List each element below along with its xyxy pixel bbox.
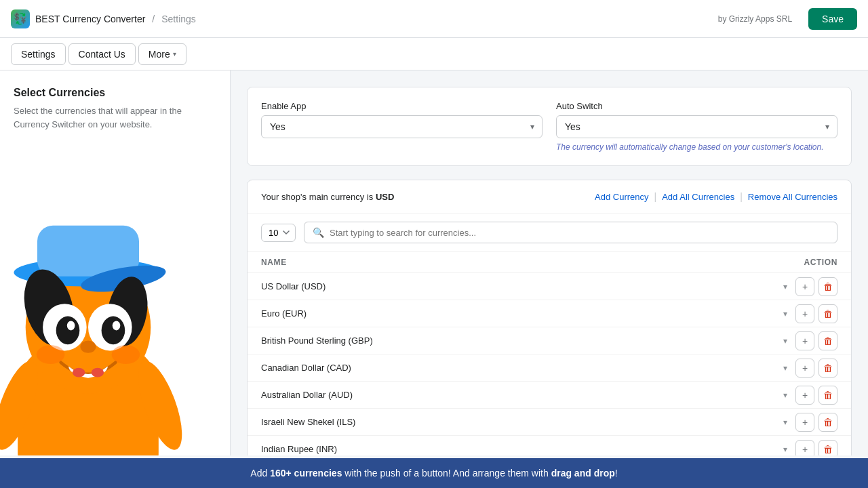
auto-switch-select-wrapper: Yes No <box>556 115 837 138</box>
currency-name: British Pound Sterling (GBP) <box>261 336 373 346</box>
search-icon: 🔍 <box>313 227 324 238</box>
currency-row-toggle[interactable]: Australian Dollar (AUD) ▾ <box>261 382 787 408</box>
remove-all-currencies-button[interactable]: Remove All Currencies <box>748 191 837 202</box>
more-dropdown-arrow: ▾ <box>173 50 176 58</box>
row-actions: + 🗑 <box>795 359 837 378</box>
svg-point-12 <box>67 321 75 331</box>
currency-table-header: Name Action <box>248 252 851 272</box>
currency-header: Your shop's main currency is USD Add Cur… <box>248 180 851 214</box>
currency-name: US Dollar (USD) <box>261 281 326 291</box>
mascot-container <box>0 171 190 455</box>
enable-app-label: Enable App <box>261 101 542 111</box>
contact-nav-button[interactable]: Contact Us <box>68 43 136 65</box>
currency-row-toggle[interactable]: Canadian Dollar (CAD) ▾ <box>261 354 787 381</box>
settings-row: Enable App Yes No Auto Switch Yes No <box>261 101 837 152</box>
currency-name: Australian Dollar (AUD) <box>261 390 353 400</box>
save-button[interactable]: Save <box>808 8 857 30</box>
enable-app-select-wrapper: Yes No <box>261 115 542 138</box>
sidebar: Select Currencies Select the currencies … <box>0 70 231 455</box>
main-layout: Select Currencies Select the currencies … <box>0 70 868 455</box>
currency-search-row: 10 25 50 🔍 <box>248 214 851 252</box>
svg-point-10 <box>56 317 80 345</box>
currency-row-toggle[interactable]: British Pound Sterling (GBP) ▾ <box>261 327 787 354</box>
chevron-down-icon: ▾ <box>783 363 787 373</box>
currency-header-actions: Add Currency | Add All Currencies | Remo… <box>595 191 837 202</box>
main-content: Enable App Yes No Auto Switch Yes No <box>231 70 868 455</box>
currency-text-label: Your shop's main currency is <box>261 192 373 202</box>
svg-point-18 <box>112 345 140 364</box>
delete-currency-row-button[interactable]: 🗑 <box>818 304 837 323</box>
mascot-svg <box>0 171 190 455</box>
settings-nav-button[interactable]: Settings <box>11 43 66 65</box>
add-currency-row-button[interactable]: + <box>795 359 814 378</box>
auto-switch-label: Auto Switch <box>556 101 837 111</box>
row-actions: + 🗑 <box>795 331 837 350</box>
main-currency-value: USD <box>376 192 394 202</box>
sidebar-description: Select the currencies that will appear i… <box>14 104 216 131</box>
row-actions: + 🗑 <box>795 413 837 432</box>
per-page-select[interactable]: 10 25 50 <box>261 224 296 242</box>
add-currency-row-button[interactable]: + <box>795 386 814 405</box>
app-name: BEST Currency Converter <box>35 14 145 24</box>
col-name-header: Name <box>261 258 287 267</box>
currency-row-toggle[interactable]: Indian Rupee (INR) ▾ <box>261 436 787 455</box>
table-row: British Pound Sterling (GBP) ▾ + 🗑 <box>248 327 851 354</box>
currency-row-toggle[interactable]: Israeli New Shekel (ILS) ▾ <box>261 409 787 435</box>
enable-app-select[interactable]: Yes No <box>261 115 542 138</box>
app-logo: 💱 BEST Currency Converter / Settings <box>11 9 196 28</box>
delete-currency-row-button[interactable]: 🗑 <box>818 440 837 456</box>
sidebar-title: Select Currencies <box>14 87 216 99</box>
svg-point-14 <box>80 340 96 352</box>
table-row: Indian Rupee (INR) ▾ + 🗑 <box>248 435 851 455</box>
table-row: US Dollar (USD) ▾ + 🗑 <box>248 272 851 300</box>
delete-currency-row-button[interactable]: 🗑 <box>818 277 837 296</box>
row-actions: + 🗑 <box>795 386 837 405</box>
page-title: Settings <box>161 14 196 24</box>
currency-card: Your shop's main currency is USD Add Cur… <box>247 180 852 455</box>
chevron-down-icon: ▾ <box>783 336 787 346</box>
currency-name: Euro (EUR) <box>261 308 307 319</box>
delete-currency-row-button[interactable]: 🗑 <box>818 413 837 432</box>
row-actions: + 🗑 <box>795 277 837 296</box>
delete-currency-row-button[interactable]: 🗑 <box>818 386 837 405</box>
add-currency-row-button[interactable]: + <box>795 331 814 350</box>
svg-point-13 <box>113 321 121 331</box>
table-row: Australian Dollar (AUD) ▾ + 🗑 <box>248 381 851 408</box>
row-actions: + 🗑 <box>795 440 837 456</box>
add-currency-button[interactable]: Add Currency <box>595 191 648 202</box>
table-row: Israeli New Shekel (ILS) ▾ + 🗑 <box>248 408 851 435</box>
more-label: More <box>149 49 170 60</box>
chevron-down-icon: ▾ <box>783 390 787 400</box>
enable-app-field: Enable App Yes No <box>261 101 542 152</box>
auto-switch-select[interactable]: Yes No <box>556 115 837 138</box>
currency-name: Indian Rupee (INR) <box>261 444 337 454</box>
row-actions: + 🗑 <box>795 304 837 323</box>
settings-card: Enable App Yes No Auto Switch Yes No <box>247 87 852 166</box>
add-all-currencies-button[interactable]: Add All Currencies <box>662 191 734 202</box>
add-currency-row-button[interactable]: + <box>795 304 814 323</box>
currency-row-toggle[interactable]: Euro (EUR) ▾ <box>261 300 787 327</box>
app-header: 💱 BEST Currency Converter / Settings by … <box>0 0 868 38</box>
chevron-down-icon: ▾ <box>783 309 787 319</box>
currency-row-toggle[interactable]: US Dollar (USD) ▾ <box>261 273 787 300</box>
more-nav-button[interactable]: More ▾ <box>138 43 186 65</box>
chevron-down-icon: ▾ <box>783 418 787 427</box>
svg-point-15 <box>73 368 85 378</box>
auto-switch-field: Auto Switch Yes No The currency will aut… <box>556 101 837 152</box>
currency-search-box[interactable]: 🔍 <box>304 222 837 243</box>
add-currency-row-button[interactable]: + <box>795 440 814 456</box>
currency-search-input[interactable] <box>330 228 829 238</box>
brand-label: by Grizzly Apps SRL <box>718 14 792 24</box>
currency-name: Canadian Dollar (CAD) <box>261 363 351 373</box>
breadcrumb-separator: / <box>152 14 155 24</box>
currency-name: Israeli New Shekel (ILS) <box>261 417 355 427</box>
delete-currency-row-button[interactable]: 🗑 <box>818 331 837 350</box>
svg-point-17 <box>37 345 65 364</box>
svg-point-16 <box>92 368 104 378</box>
add-currency-row-button[interactable]: + <box>795 413 814 432</box>
delete-currency-row-button[interactable]: 🗑 <box>818 359 837 378</box>
col-action-header: Action <box>804 258 837 267</box>
add-currency-row-button[interactable]: + <box>795 277 814 296</box>
auto-switch-hint: The currency will automatically change b… <box>556 142 837 152</box>
table-row: Euro (EUR) ▾ + 🗑 <box>248 300 851 327</box>
